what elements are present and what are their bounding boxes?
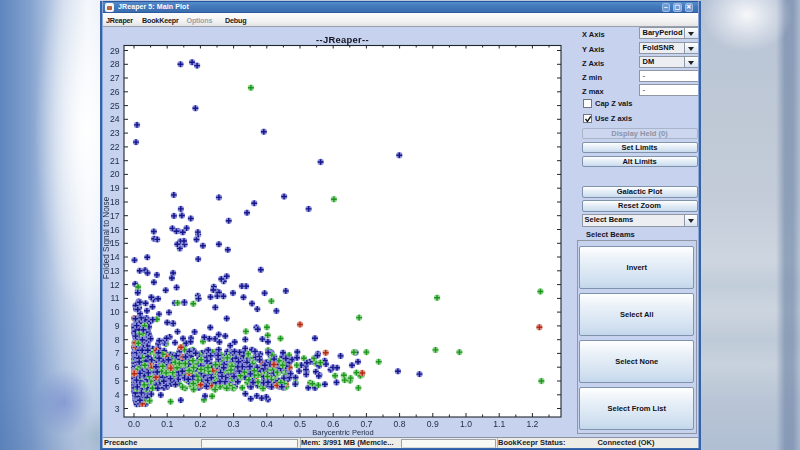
svg-text:1.2: 1.2 [526, 418, 538, 428]
svg-text:Barycentric Period: Barycentric Period [312, 428, 373, 437]
svg-text:0.6: 0.6 [327, 418, 339, 428]
svg-text:0.3: 0.3 [228, 418, 240, 428]
svg-text:22: 22 [110, 141, 120, 151]
svg-text:0.8: 0.8 [394, 418, 406, 428]
svg-text:29: 29 [110, 45, 120, 55]
svg-text:0.9: 0.9 [427, 418, 439, 428]
svg-text:10: 10 [110, 307, 120, 317]
svg-text:21: 21 [110, 155, 120, 165]
svg-text:23: 23 [110, 128, 120, 138]
svg-text:15: 15 [110, 238, 120, 248]
svg-text:8: 8 [115, 334, 120, 344]
svg-text:0.0: 0.0 [128, 418, 140, 428]
svg-text:6: 6 [115, 362, 120, 372]
svg-text:0.4: 0.4 [261, 418, 273, 428]
svg-text:--JReaper--: --JReaper-- [316, 33, 369, 44]
svg-text:14: 14 [110, 252, 120, 262]
svg-text:19: 19 [110, 183, 120, 193]
svg-text:7: 7 [115, 348, 120, 358]
svg-text:18: 18 [110, 197, 120, 207]
svg-text:5: 5 [115, 376, 120, 386]
svg-text:9: 9 [115, 320, 120, 330]
svg-text:27: 27 [110, 73, 120, 83]
svg-text:28: 28 [110, 59, 120, 69]
svg-text:0.1: 0.1 [161, 418, 173, 428]
svg-text:17: 17 [110, 210, 120, 220]
svg-text:0.5: 0.5 [294, 418, 306, 428]
svg-text:0.2: 0.2 [194, 418, 206, 428]
svg-text:20: 20 [110, 169, 120, 179]
svg-text:13: 13 [110, 265, 120, 275]
svg-text:1.0: 1.0 [460, 418, 472, 428]
svg-text:12: 12 [110, 279, 120, 289]
svg-text:26: 26 [110, 86, 120, 96]
svg-text:24: 24 [110, 114, 120, 124]
svg-text:11: 11 [111, 293, 120, 303]
svg-text:1.1: 1.1 [493, 418, 505, 428]
svg-text:16: 16 [110, 224, 120, 234]
svg-text:0.7: 0.7 [360, 418, 372, 428]
svg-text:4: 4 [115, 389, 120, 399]
svg-text:3: 3 [115, 403, 120, 413]
svg-text:25: 25 [110, 100, 120, 110]
